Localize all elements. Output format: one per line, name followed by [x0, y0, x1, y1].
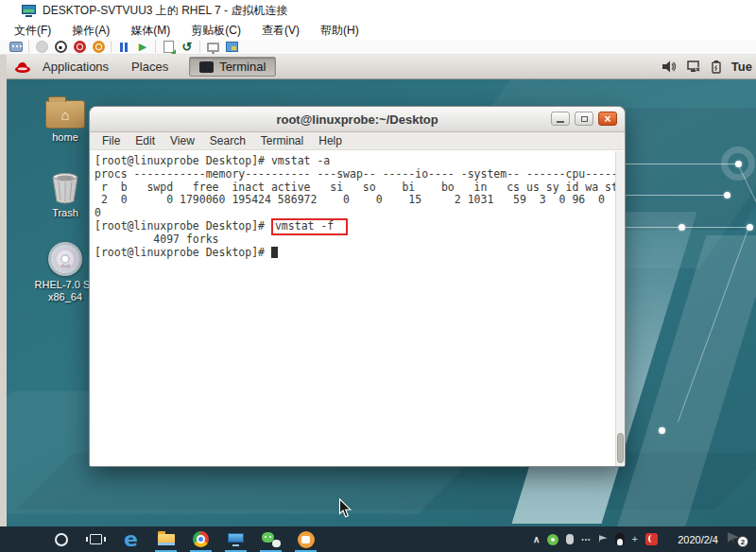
- tray-flag-icon[interactable]: [599, 535, 608, 543]
- dvd-disc-icon: dvd: [48, 242, 82, 276]
- chrome-button[interactable]: [183, 526, 218, 552]
- terminal-titlebar[interactable]: root@linuxprobe:~/Desktop ×: [90, 107, 625, 132]
- notification-button[interactable]: 2: [728, 530, 748, 547]
- screenshot-root: DESKTOP-SVTVUU3 上的 RHEL 7 - 虚拟机连接 文件(F) …: [0, 0, 756, 552]
- network-icon[interactable]: [687, 60, 701, 73]
- terminal-menu-edit[interactable]: Edit: [128, 133, 163, 148]
- wallpaper-dot: [735, 161, 742, 167]
- minimize-button[interactable]: [551, 112, 570, 126]
- cortana-icon: [55, 533, 68, 546]
- menu-help[interactable]: 帮助(H): [310, 21, 369, 41]
- terminal-body[interactable]: [root@linuxprobe Desktop]# vmstat -aproc…: [90, 151, 625, 466]
- resume-vm-button[interactable]: ▶: [133, 40, 152, 54]
- wechat-button[interactable]: [253, 526, 288, 552]
- panel-status-area: Tue 18: [662, 60, 756, 74]
- battery-icon[interactable]: [712, 60, 721, 74]
- redhat-logo-icon: [14, 60, 31, 74]
- system-tray: ∧ ••• +: [533, 526, 658, 552]
- gnome-top-panel: Applications Places ›_ Terminal: [7, 55, 756, 79]
- vm-guest-screen: Applications Places ›_ Terminal: [7, 55, 756, 526]
- orange-app-button[interactable]: [288, 526, 323, 552]
- menu-media[interactable]: 媒体(M): [120, 21, 180, 41]
- tray-qq-icon[interactable]: [615, 533, 625, 545]
- ctrl-alt-del-button[interactable]: [7, 40, 26, 54]
- terminal-output: [root@linuxprobe Desktop]# vmstat -aproc…: [90, 151, 625, 259]
- menu-clipboard[interactable]: 剪贴板(C): [180, 21, 251, 41]
- maximize-button[interactable]: [575, 112, 593, 126]
- edge-button[interactable]: e: [113, 526, 148, 552]
- hyperv-manager-button[interactable]: [218, 526, 253, 552]
- terminal-menu-view[interactable]: View: [163, 133, 202, 148]
- vm-menubar: 文件(F) 操作(A) 媒体(M) 剪贴板(C) 查看(V) 帮助(H): [0, 21, 756, 40]
- tray-plus-icon[interactable]: +: [632, 534, 638, 544]
- menu-file[interactable]: 文件(F): [4, 21, 61, 41]
- shut-down-vm-button[interactable]: [70, 40, 89, 54]
- gnome-desktop: ⌂ home Trash: [7, 79, 756, 526]
- close-button[interactable]: ×: [598, 112, 617, 126]
- shell-prompt: [root@linuxprobe Desktop]#: [94, 246, 271, 259]
- windows-taskbar: e ∧ ••• + 2020/2/4 2: [0, 526, 756, 552]
- toolbar-separator: [111, 41, 112, 53]
- terminal-task-button[interactable]: ›_ Terminal: [189, 57, 276, 77]
- places-menu[interactable]: Places: [120, 60, 180, 74]
- toolbar-separator: [199, 41, 200, 53]
- turn-off-vm-button[interactable]: ■: [51, 40, 70, 54]
- start-vm-button[interactable]: [32, 40, 51, 54]
- menu-view[interactable]: 查看(V): [251, 21, 310, 41]
- applications-menu[interactable]: Applications: [31, 60, 120, 74]
- cortana-button[interactable]: [43, 526, 78, 552]
- menu-action[interactable]: 操作(A): [61, 21, 120, 41]
- terminal-line: procs -----------memory---------- ---swa…: [94, 168, 613, 181]
- remote-display-button[interactable]: [203, 40, 222, 54]
- terminal-menu-file[interactable]: File: [94, 133, 128, 148]
- terminal-line: [root@linuxprobe Desktop]# vmstat -f: [94, 220, 613, 233]
- terminal-menu-search[interactable]: Search: [202, 133, 253, 148]
- terminal-menu-help[interactable]: Help: [311, 133, 350, 148]
- taskbar-icons: e: [43, 526, 323, 552]
- terminal-task-label: Terminal: [219, 60, 266, 74]
- save-vm-button[interactable]: [89, 40, 108, 54]
- file-explorer-button[interactable]: [148, 526, 183, 552]
- pause-vm-button[interactable]: [114, 40, 133, 54]
- shell-prompt: [root@linuxprobe Desktop]#: [94, 219, 271, 233]
- file-explorer-icon: [158, 534, 175, 545]
- tray-dots-icon[interactable]: •••: [581, 536, 591, 543]
- toolbar-separator: [155, 41, 156, 53]
- mouse-cursor: [338, 498, 352, 523]
- highlighted-command: vmstat -f: [271, 218, 348, 235]
- tray-mouse-icon[interactable]: [566, 534, 574, 544]
- terminal-scrollbar[interactable]: [615, 151, 625, 466]
- tray-expand-icon[interactable]: ∧: [533, 534, 540, 544]
- vm-toolbar: ■ ▶ ↺: [0, 40, 756, 55]
- revert-button[interactable]: ↺: [178, 40, 197, 54]
- terminal-line: 4097 forks: [94, 233, 613, 247]
- enhanced-session-button[interactable]: [222, 40, 241, 54]
- edge-icon: e: [124, 530, 138, 549]
- terminal-menu-terminal[interactable]: Terminal: [253, 133, 311, 148]
- hyperv-manager-icon: [228, 533, 244, 546]
- vm-window-titlebar: DESKTOP-SVTVUU3 上的 RHEL 7 - 虚拟机连接: [0, 0, 756, 21]
- terminal-line: [root@linuxprobe Desktop]#: [94, 247, 613, 260]
- tray-red-icon[interactable]: [645, 533, 658, 545]
- terminal-icon: ›_: [199, 61, 214, 73]
- wallpaper-dot: [679, 224, 685, 231]
- terminal-window: root@linuxprobe:~/Desktop × File Edit Vi…: [90, 107, 625, 466]
- terminal-line: r b swpd free inact active si so bi bo i…: [94, 181, 613, 195]
- panel-clock[interactable]: Tue 18: [731, 60, 756, 74]
- checkpoint-button[interactable]: [159, 40, 178, 54]
- taskbar-clock[interactable]: 2020/2/4: [678, 526, 718, 552]
- volume-icon[interactable]: [662, 60, 677, 73]
- wallpaper-dot: [747, 224, 753, 231]
- vm-display-area: Applications Places ›_ Terminal: [0, 55, 756, 526]
- hyperv-app-icon: [22, 5, 36, 17]
- tray-green-icon[interactable]: [547, 534, 558, 545]
- terminal-line: [root@linuxprobe Desktop]# vmstat -a: [94, 155, 613, 168]
- toolbar-separator: [28, 41, 29, 53]
- wechat-icon: [262, 532, 281, 547]
- wallpaper-dot: [724, 192, 730, 198]
- orange-app-icon: [298, 531, 315, 548]
- terminal-cursor: [271, 247, 278, 258]
- notification-badge: 2: [737, 536, 748, 547]
- task-view-button[interactable]: [78, 526, 113, 552]
- scrollbar-thumb[interactable]: [617, 433, 624, 463]
